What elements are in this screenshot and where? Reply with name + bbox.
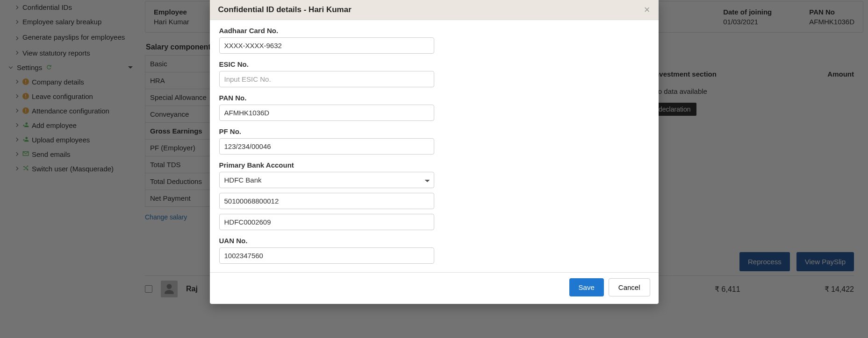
pan-input-label: PAN No. — [219, 94, 649, 102]
pan-input[interactable] — [219, 105, 434, 121]
bank-ifsc-input[interactable] — [219, 214, 434, 230]
uan-input[interactable] — [219, 247, 434, 264]
esic-input[interactable] — [219, 71, 434, 87]
uan-label: UAN No. — [219, 237, 649, 245]
aadhaar-input[interactable] — [219, 37, 434, 54]
aadhaar-label: Aadhaar Card No. — [219, 27, 649, 35]
modal-title: Confidential ID details - Hari Kumar — [218, 5, 352, 14]
save-button[interactable]: Save — [569, 278, 604, 296]
bank-label: Primary Bank Account — [219, 161, 649, 169]
bank-select[interactable]: HDFC Bank — [219, 172, 434, 188]
confidential-id-modal: Confidential ID details - Hari Kumar × A… — [210, 0, 659, 304]
cancel-button[interactable]: Cancel — [609, 278, 650, 296]
bank-account-input[interactable] — [219, 193, 434, 209]
pf-label: PF No. — [219, 127, 649, 135]
close-icon[interactable]: × — [644, 5, 650, 15]
esic-label: ESIC No. — [219, 60, 649, 68]
pf-input[interactable] — [219, 138, 434, 155]
